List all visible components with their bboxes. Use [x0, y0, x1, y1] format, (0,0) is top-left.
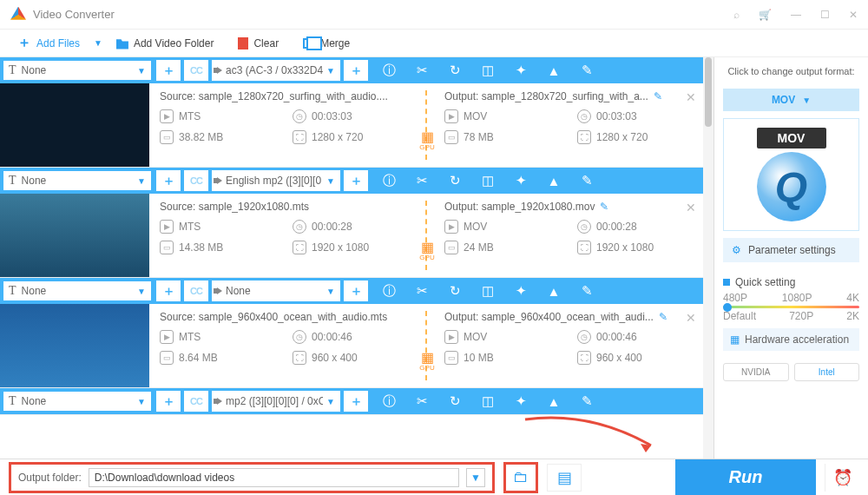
add-subtitle-button[interactable]: ＋ [156, 60, 181, 81]
footer: Output folder: ▼ 🗀 ▤ Run ⏰ [0, 459, 868, 495]
search-icon[interactable]: ⌕ [733, 9, 740, 21]
trash-icon [238, 37, 248, 50]
add-audio-button[interactable]: ＋ [344, 170, 368, 191]
effects-tool-icon[interactable]: ✦ [505, 388, 536, 414]
intel-chip[interactable]: Intel [794, 363, 860, 381]
effects-tool-icon[interactable]: ✦ [505, 278, 536, 304]
add-files-button[interactable]: ＋Add Files [7, 30, 90, 56]
video-thumbnail[interactable] [0, 83, 149, 167]
add-files-dropdown[interactable]: ▼ [94, 38, 102, 48]
rename-icon[interactable]: ✎ [659, 311, 667, 323]
rotate-tool-icon[interactable]: ↻ [439, 57, 470, 83]
audio-dropdown[interactable]: None▼ [212, 280, 340, 301]
output-duration: ◷00:03:03 [577, 109, 693, 123]
queue-icon[interactable]: ▤ [547, 464, 582, 492]
edit-tool-icon[interactable]: ✎ [571, 388, 602, 414]
cut-tool-icon[interactable]: ✂ [406, 278, 437, 304]
rename-icon[interactable]: ✎ [654, 90, 662, 102]
gpu-badge: GPU [418, 351, 437, 370]
effects-tool-icon[interactable]: ✦ [505, 57, 536, 83]
add-audio-button[interactable]: ＋ [344, 60, 368, 81]
remove-item-icon[interactable]: ✕ [686, 201, 696, 214]
source-format: ▶MTS [160, 109, 275, 123]
parameter-settings-button[interactable]: ⚙Parameter settings [723, 238, 859, 262]
merge-button[interactable]: Merge [293, 34, 360, 53]
output-folder-group: Output folder: ▼ [9, 462, 495, 493]
rotate-tool-icon[interactable]: ↻ [439, 168, 470, 194]
info-tool-icon[interactable]: ⓘ [373, 278, 404, 304]
maximize-icon[interactable]: ☐ [820, 9, 830, 21]
cut-tool-icon[interactable]: ✂ [406, 388, 437, 414]
cart-icon[interactable]: 🛒 [759, 9, 772, 21]
video-thumbnail[interactable] [0, 304, 149, 387]
edit-tool-icon[interactable]: ✎ [571, 57, 602, 83]
edit-tool-icon[interactable]: ✎ [571, 278, 602, 304]
cut-tool-icon[interactable]: ✂ [406, 57, 437, 83]
minimize-icon[interactable]: — [791, 9, 801, 21]
output-folder-input[interactable] [89, 468, 459, 487]
scrollbar[interactable] [703, 57, 713, 459]
output-filename: Output: sample_1280x720_surfing_with_a..… [444, 90, 648, 102]
gpu-badge: GPU [418, 130, 437, 149]
cc-button[interactable]: CC [184, 170, 208, 191]
audio-dropdown[interactable]: mp2 ([3][0][0][0] / 0xC▼ [212, 391, 340, 412]
audio-dropdown[interactable]: English mp2 ([3][0][0▼ [212, 170, 340, 191]
subtitle-dropdown[interactable]: TNone▼ [3, 280, 152, 301]
rename-icon[interactable]: ✎ [600, 201, 608, 213]
watermark-tool-icon[interactable]: ▲ [538, 168, 569, 194]
add-audio-button[interactable]: ＋ [344, 391, 368, 412]
close-icon[interactable]: ✕ [849, 9, 858, 21]
add-subtitle-button[interactable]: ＋ [156, 391, 181, 412]
cut-tool-icon[interactable]: ✂ [406, 168, 437, 194]
run-button[interactable]: Run [675, 459, 816, 496]
sliders-icon: ⚙ [732, 244, 741, 256]
subtitle-dropdown[interactable]: TNone▼ [3, 170, 152, 191]
rotate-tool-icon[interactable]: ↻ [439, 278, 470, 304]
quality-slider[interactable]: 480P1080P4K Default720P2K [723, 292, 859, 313]
subtitle-dropdown[interactable]: TNone▼ [3, 391, 152, 412]
crop-tool-icon[interactable]: ◫ [472, 57, 503, 83]
info-tool-icon[interactable]: ⓘ [373, 168, 404, 194]
titlebar: Video Converter ⌕ 🛒 — ☐ ✕ [0, 0, 868, 30]
watermark-tool-icon[interactable]: ▲ [538, 278, 569, 304]
effects-tool-icon[interactable]: ✦ [505, 168, 536, 194]
format-preview[interactable]: MOV [723, 118, 859, 231]
watermark-tool-icon[interactable]: ▲ [538, 57, 569, 83]
quick-setting-label: Quick setting [723, 276, 859, 288]
browse-folder-button[interactable]: 🗀 [503, 462, 538, 493]
chip-icon: ▦ [730, 333, 740, 346]
audio-dropdown[interactable]: ac3 (AC-3 / 0x332D4▼ [212, 60, 340, 81]
add-subtitle-button[interactable]: ＋ [156, 280, 181, 301]
schedule-icon[interactable]: ⏰ [825, 464, 859, 492]
format-dropdown[interactable]: MOV▼ [723, 89, 859, 111]
subtitle-dropdown[interactable]: TNone▼ [3, 60, 152, 81]
clear-button[interactable]: Clear [227, 34, 289, 53]
add-folder-button[interactable]: Add Video Folder [106, 34, 225, 53]
folder-icon: ▭ [160, 130, 174, 144]
remove-item-icon[interactable]: ✕ [686, 311, 696, 325]
list-item: TNone▼ ＋ CC None▼ ＋ ⓘ✂↻◫✦▲✎ Source: samp… [0, 278, 703, 388]
list-item: TNone▼ ＋ CC ac3 (AC-3 / 0x332D4▼ ＋ ⓘ ✂ ↻… [0, 57, 703, 168]
crop-tool-icon[interactable]: ◫ [472, 168, 503, 194]
rotate-tool-icon[interactable]: ↻ [439, 388, 470, 414]
list-item: TNone▼ ＋ CC English mp2 ([3][0][0▼ ＋ ⓘ✂↻… [0, 168, 703, 278]
hardware-acceleration-toggle[interactable]: ▦Hardware acceleration [723, 328, 859, 351]
output-folder-label: Output folder: [18, 472, 82, 484]
watermark-tool-icon[interactable]: ▲ [538, 388, 569, 414]
crop-tool-icon[interactable]: ◫ [472, 388, 503, 414]
cc-button[interactable]: CC [184, 60, 208, 81]
remove-item-icon[interactable]: ✕ [686, 90, 696, 104]
crop-tool-icon[interactable]: ◫ [472, 278, 503, 304]
info-tool-icon[interactable]: ⓘ [373, 57, 404, 83]
nvidia-chip[interactable]: NVIDIA [723, 363, 789, 381]
add-subtitle-button[interactable]: ＋ [156, 170, 181, 191]
edit-tool-icon[interactable]: ✎ [571, 168, 602, 194]
add-audio-button[interactable]: ＋ [344, 280, 368, 301]
cc-button[interactable]: CC [184, 280, 208, 301]
info-tool-icon[interactable]: ⓘ [373, 388, 404, 414]
source-resolution: ⛶1280 x 720 [293, 130, 408, 144]
cc-button[interactable]: CC [184, 391, 208, 412]
output-folder-dropdown[interactable]: ▼ [466, 468, 485, 487]
video-thumbnail[interactable] [0, 194, 149, 277]
folder-icon [116, 37, 128, 50]
